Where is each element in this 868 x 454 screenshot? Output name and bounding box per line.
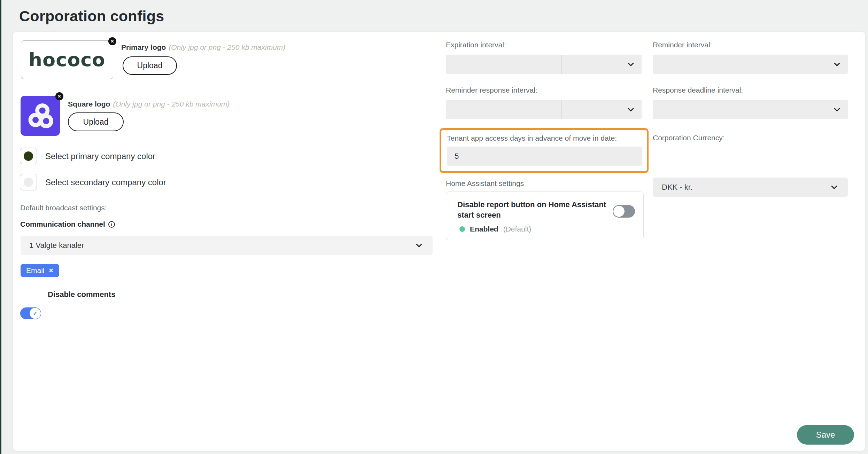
secondary-color-swatch[interactable] bbox=[20, 174, 37, 190]
reminder-response-interval-field[interactable] bbox=[446, 100, 642, 119]
expiration-interval-unit-select[interactable] bbox=[561, 55, 642, 74]
remove-primary-logo-button[interactable]: ✕ bbox=[108, 37, 116, 45]
square-logo-note: (Only jpg or png - 250 kb maximum) bbox=[113, 100, 230, 108]
disable-comments-label: Disable comments bbox=[48, 290, 115, 299]
primary-logo-label-row: Primary logo(Only jpg or png - 250 kb ma… bbox=[121, 43, 285, 52]
expiration-interval-input[interactable] bbox=[446, 55, 561, 74]
primary-logo-image: hococo bbox=[29, 50, 106, 69]
tenant-access-input[interactable] bbox=[447, 147, 642, 166]
reminder-interval-input[interactable] bbox=[653, 55, 768, 74]
ha-status-row: Enabled (Default) bbox=[459, 225, 531, 233]
chevron-down-icon bbox=[628, 108, 634, 111]
upload-primary-logo-button[interactable]: Upload bbox=[123, 56, 177, 75]
upload-square-logo-button[interactable]: Upload bbox=[68, 112, 124, 131]
chevron-down-icon bbox=[416, 244, 422, 248]
remove-square-logo-button[interactable]: ✕ bbox=[55, 92, 63, 100]
square-logo-image bbox=[26, 102, 55, 130]
currency-select[interactable]: DKK - kr. bbox=[653, 178, 848, 197]
reminder-interval-unit-select[interactable] bbox=[768, 55, 848, 74]
tenant-access-label: Tenant app access days in advance of mov… bbox=[447, 134, 617, 142]
ha-status-text: Enabled bbox=[470, 225, 498, 233]
communication-channel-label-row: Communication channel i bbox=[20, 220, 115, 228]
info-icon[interactable]: i bbox=[108, 221, 115, 228]
reminder-response-interval-label: Reminder response interval: bbox=[446, 86, 537, 94]
reminder-interval-label: Reminder interval: bbox=[653, 41, 712, 49]
ha-status-suffix: (Default) bbox=[503, 225, 532, 233]
disable-comments-toggle[interactable]: ✓ bbox=[20, 307, 41, 319]
response-deadline-interval-field[interactable] bbox=[653, 100, 848, 119]
page-title: Corporation configs bbox=[19, 8, 164, 25]
primary-logo-preview: hococo ✕ bbox=[21, 40, 113, 79]
expiration-interval-label: Expiration interval: bbox=[446, 41, 506, 49]
toggle-knob-check-icon: ✓ bbox=[30, 308, 41, 319]
toggle-knob bbox=[613, 206, 625, 217]
currency-value: DKK - kr. bbox=[662, 183, 692, 192]
currency-label: Corporation Currency: bbox=[653, 134, 725, 142]
chevron-down-icon bbox=[834, 62, 840, 66]
primary-logo-label: Primary logo bbox=[121, 43, 166, 51]
save-button[interactable]: Save bbox=[797, 425, 854, 445]
response-deadline-interval-label: Response deadline interval: bbox=[653, 86, 743, 94]
ha-toggle-label: Disable report button on Home Assistant … bbox=[457, 199, 608, 220]
channel-tag-email[interactable]: Email ✕ bbox=[21, 264, 59, 277]
channel-tag-label: Email bbox=[26, 266, 45, 275]
square-logo-preview: ✕ bbox=[21, 96, 60, 136]
communication-channel-label: Communication channel bbox=[20, 220, 105, 228]
primary-logo-note: (Only jpg or png - 250 kb maximum) bbox=[169, 43, 285, 51]
chevron-down-icon bbox=[628, 62, 634, 66]
communication-channel-select[interactable]: 1 Valgte kanaler bbox=[21, 236, 433, 255]
home-assistant-card: Disable report button on Home Assistant … bbox=[446, 191, 644, 240]
primary-color-label: Select primary company color bbox=[45, 151, 155, 161]
secondary-color-dot bbox=[24, 178, 33, 187]
reminder-response-interval-unit-select[interactable] bbox=[561, 100, 642, 119]
response-deadline-interval-unit-select[interactable] bbox=[768, 100, 848, 119]
sidebar-edge-strip bbox=[0, 0, 1, 454]
reminder-interval-field[interactable] bbox=[653, 55, 848, 74]
primary-color-swatch[interactable] bbox=[20, 148, 37, 164]
configs-card: hococo ✕ Primary logo(Only jpg or png - … bbox=[13, 32, 865, 451]
broadcast-section-label: Default broadcast settings: bbox=[20, 204, 107, 212]
expiration-interval-field[interactable] bbox=[446, 55, 642, 74]
status-dot-icon bbox=[459, 226, 465, 232]
ha-report-toggle[interactable] bbox=[613, 205, 635, 218]
remove-tag-icon[interactable]: ✕ bbox=[49, 267, 54, 274]
chevron-down-icon bbox=[831, 185, 837, 189]
tenant-access-highlight-box: Tenant app access days in advance of mov… bbox=[440, 128, 649, 173]
chevron-down-icon bbox=[834, 108, 840, 111]
communication-channel-value: 1 Valgte kanaler bbox=[29, 241, 84, 250]
reminder-response-interval-input[interactable] bbox=[446, 100, 561, 119]
square-logo-label: Square logo bbox=[68, 100, 110, 108]
home-assistant-section-label: Home Assistant settings bbox=[446, 179, 524, 188]
square-logo-label-row: Square logo(Only jpg or png - 250 kb max… bbox=[68, 100, 230, 108]
secondary-color-label: Select secondary company color bbox=[45, 178, 166, 187]
primary-color-dot bbox=[24, 151, 33, 161]
response-deadline-interval-input[interactable] bbox=[653, 100, 768, 119]
